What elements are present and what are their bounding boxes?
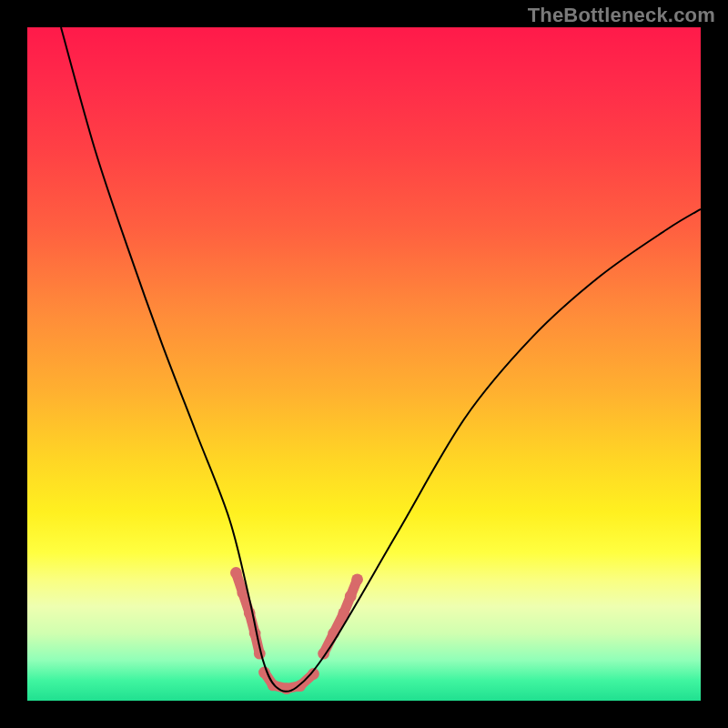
chart-svg	[27, 27, 701, 701]
right-ascending-highlight-node	[345, 591, 357, 602]
bottleneck-curve	[61, 27, 701, 692]
right-ascending-highlight-node	[351, 573, 363, 585]
left-descending-highlight-node	[249, 628, 261, 640]
watermark-text: TheBottleneck.com	[528, 4, 715, 27]
valley-highlight-node	[268, 680, 279, 692]
left-descending-highlight-node	[230, 567, 242, 579]
highlight-group	[230, 567, 363, 694]
chart-area	[27, 27, 701, 701]
valley-highlight-node	[281, 682, 293, 694]
